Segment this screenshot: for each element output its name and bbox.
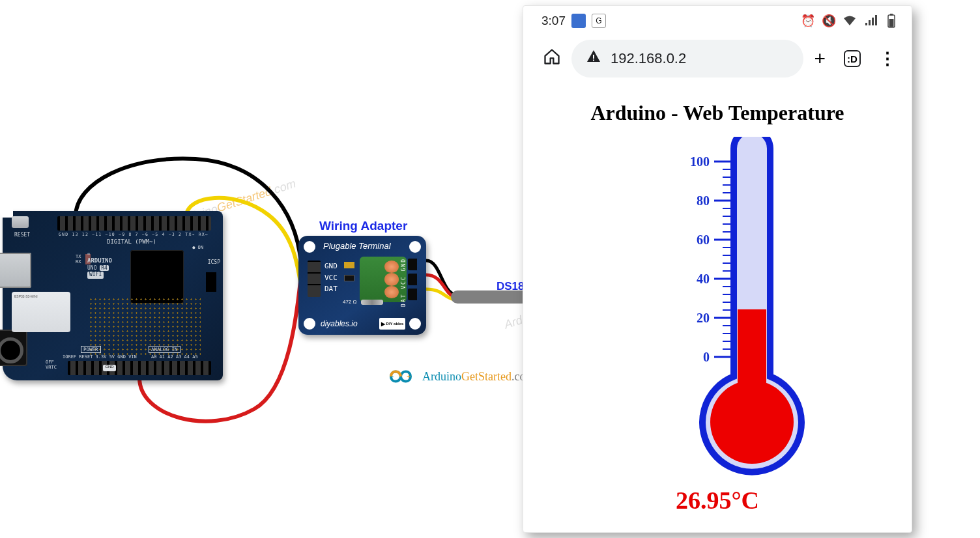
wifi-icon [843,14,857,28]
alarm-icon: ⏰ [801,14,815,28]
signal-icon [863,14,878,28]
icsp-header [206,272,216,292]
board-branding: ∞ ARDUINO UNO R4 WIFI [87,251,112,279]
wiring-adapter-label: Wiring Adapter [319,219,407,233]
resistor-label: 472 Ω [343,299,357,305]
power-pin-labels: IOREF RESET 3.3V 5V GND VIN [63,354,137,360]
esp32-wifi-module: ESP32-S3-MINI [12,292,70,332]
gnd-tag: GND [103,365,116,371]
translate-icon: G [592,14,606,28]
digital-pin-header [57,216,211,231]
new-tab-icon[interactable]: + [814,48,826,70]
icsp-label: ICSP [208,259,220,265]
svg-rect-7 [593,60,594,61]
digital-pin-labels: GND 13 12 ~11 ~10 ~9 8 7 ~6 ~5 4 ~3 2 TX… [59,232,209,237]
url-text: 192.168.0.2 [611,50,686,67]
svg-text:+: + [407,372,411,381]
mcu-chip [130,250,184,304]
battery-icon [884,14,899,28]
reset-button [12,216,29,228]
screw-terminal [360,257,407,302]
terminal-labels: DAT VCC GND [401,258,407,307]
pullup-resistor [361,300,383,305]
infinity-icon: - + [383,366,418,387]
app-notification-icon [571,14,586,28]
temperature-reading: 26.95°C [535,486,900,515]
tabs-icon[interactable]: :D [844,50,861,67]
thermometer-graphic: 100 80 60 40 20 0 [613,137,822,482]
svg-rect-6 [593,55,594,59]
svg-text:80: 80 [697,193,710,208]
insecure-icon [586,49,601,68]
page-title: Arduino - Web Temperature [535,101,900,125]
adapter-brand-badge: ▶DIY ables [379,318,405,330]
power-section-label: POWER [81,346,101,353]
svg-text:100: 100 [690,154,710,169]
adapter-url: diyables.io [321,319,358,328]
svg-rect-9 [738,309,766,394]
analog-pin-labels: A0 A1 A2 A3 A4 A5 [151,354,198,360]
svg-text:-: - [391,372,394,381]
off-switch-label: OFFVRTC [46,360,57,370]
status-time: 3:07 [541,14,566,28]
svg-rect-4 [890,14,893,16]
digital-section-label: DIGITAL (PWM~) [107,238,156,245]
adapter-pin-labels: GND VCC DAT [324,261,338,295]
android-status-bar: 3:07 G ⏰ 🔇 [523,6,912,31]
mute-icon: 🔇 [822,14,836,28]
svg-text:40: 40 [697,272,710,286]
svg-text:60: 60 [697,233,710,247]
adapter-title: Plugable Terminal [323,241,391,251]
home-icon[interactable] [543,48,561,70]
svg-text:20: 20 [697,311,710,325]
svg-rect-5 [889,19,894,27]
power-analog-pin-header [68,361,211,375]
wiring-adapter-module: Plugable Terminal GND VCC DAT DAT VCC GN… [298,236,426,335]
arduinogetstarted-logo: - + ArduinoGetStarted.com [383,366,534,387]
browser-toolbar: 192.168.0.2 + :D ⋮ [523,31,912,88]
analog-section-label: ANALOG IN [149,346,180,353]
on-led-label: ● ON [192,245,203,250]
web-page-content: Arduino - Web Temperature [523,88,912,521]
svg-text:0: 0 [703,350,710,364]
smartphone-mockup: 3:07 G ⏰ 🔇 192.168.0.2 [523,5,912,533]
url-bar[interactable]: 192.168.0.2 [571,40,803,78]
reset-label: RESET [14,232,30,238]
menu-icon[interactable]: ⋮ [879,49,896,69]
usb-c-port [0,253,31,288]
barrel-jack [0,330,27,366]
arduino-uno-r4-board: RESET GND 13 12 ~11 ~10 ~9 8 7 ~6 ~5 4 ~… [3,211,223,380]
prototyping-area [89,297,201,356]
adapter-input-header [308,261,321,297]
